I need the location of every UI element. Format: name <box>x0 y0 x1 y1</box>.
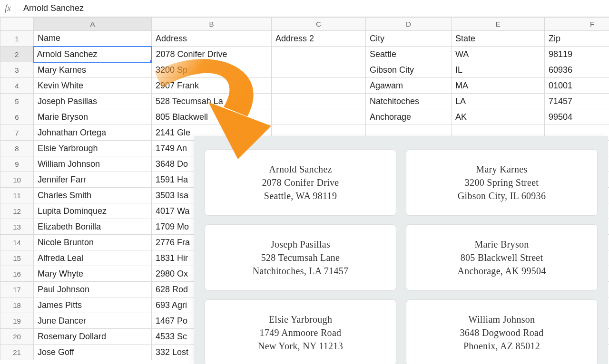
cell[interactable]: Nicole Brunton <box>34 235 152 250</box>
row-header[interactable]: 20 <box>0 329 34 345</box>
formula-bar: fx <box>0 0 609 17</box>
cell[interactable]: James Pitts <box>34 297 152 313</box>
address-label-card: Mary Karnes3200 Spring StreetGibson City… <box>406 149 598 216</box>
row-header[interactable]: 14 <box>0 235 34 250</box>
label-name: Joseph Pasillas <box>271 238 330 251</box>
cell[interactable]: Gibson City <box>366 62 452 78</box>
row-header[interactable]: 21 <box>0 345 34 360</box>
col-header-c[interactable]: C <box>272 18 366 31</box>
label-name: Mary Karnes <box>476 163 527 176</box>
cell[interactable]: 2907 Frank <box>152 78 272 94</box>
col-header-f[interactable]: F <box>545 18 609 31</box>
cell[interactable]: Address <box>152 31 272 47</box>
cell[interactable]: Charles Smith <box>34 188 152 203</box>
cell[interactable]: Address 2 <box>272 31 366 47</box>
cell[interactable]: LA <box>452 94 545 109</box>
address-label-card: Elsie Yarbrough1749 Anmoore RoadNew York… <box>205 299 396 364</box>
cell[interactable]: Marie Bryson <box>34 109 152 125</box>
formula-input[interactable] <box>23 1 609 15</box>
row-header[interactable]: 17 <box>0 282 34 297</box>
cell[interactable]: 528 Tecumsah La <box>152 94 272 109</box>
cell[interactable]: 71457 <box>545 94 609 109</box>
row-header[interactable]: 6 <box>0 109 34 125</box>
label-street: 805 Blackwell Street <box>461 251 543 264</box>
col-header-e[interactable]: E <box>452 18 545 31</box>
row-header[interactable]: 4 <box>0 78 34 94</box>
cell[interactable]: IL <box>452 62 545 78</box>
cell[interactable]: Natchitoches <box>366 94 452 109</box>
label-name: William Johnson <box>469 313 535 326</box>
row-header[interactable]: 18 <box>0 297 34 313</box>
cell[interactable] <box>272 47 366 62</box>
col-header-a[interactable]: A <box>34 18 152 31</box>
row-header[interactable]: 9 <box>0 156 34 172</box>
table-row: 5Joseph Pasillas528 Tecumsah LaNatchitoc… <box>0 94 609 109</box>
row-header[interactable]: 10 <box>0 172 34 188</box>
cell[interactable]: 99504 <box>545 109 609 125</box>
label-name: Elsie Yarbrough <box>269 313 332 326</box>
row-header[interactable]: 13 <box>0 219 34 235</box>
table-row: 3Mary Karnes3200 SpGibson CityIL60936 <box>0 62 609 78</box>
cell[interactable] <box>272 109 366 125</box>
cell[interactable]: Zip <box>545 31 609 47</box>
cell[interactable]: 01001 <box>545 78 609 94</box>
cell[interactable]: 805 Blackwell <box>152 109 272 125</box>
fx-icon: fx <box>5 3 11 13</box>
row-header[interactable]: 11 <box>0 188 34 203</box>
label-street: 3648 Dogwood Road <box>460 326 543 339</box>
cell[interactable]: 60936 <box>545 62 609 78</box>
table-row: 6Marie Bryson805 BlackwellAnchorageAK995… <box>0 109 609 125</box>
row-header[interactable]: 19 <box>0 313 34 329</box>
cell[interactable] <box>272 94 366 109</box>
cell[interactable]: Rosemary Dollard <box>34 329 152 345</box>
row-header[interactable]: 3 <box>0 62 34 78</box>
cell[interactable]: Anchorage <box>366 109 452 125</box>
cell[interactable]: Paul Johnson <box>34 282 152 297</box>
cell[interactable]: Alfreda Leal <box>34 250 152 266</box>
cell[interactable]: Lupita Dominquez <box>34 203 152 219</box>
row-header[interactable]: 7 <box>0 125 34 141</box>
cell[interactable]: Jennifer Farr <box>34 172 152 188</box>
cell[interactable]: Johnathan Ortega <box>34 125 152 141</box>
cell[interactable]: MA <box>452 78 545 94</box>
cell[interactable]: Joseph Pasillas <box>34 94 152 109</box>
cell[interactable]: City <box>366 31 452 47</box>
row-header[interactable]: 5 <box>0 94 34 109</box>
cell[interactable]: Arnold Sanchez <box>34 47 152 62</box>
row-header[interactable]: 12 <box>0 203 34 219</box>
cell[interactable]: William Johnson <box>34 156 152 172</box>
cell[interactable]: June Dancer <box>34 313 152 329</box>
label-city-state-zip: Anchorage, AK 99504 <box>457 264 546 278</box>
address-label-card: Joseph Pasillas528 Tecumsah LaneNatchito… <box>205 224 396 291</box>
cell[interactable]: Mary Whyte <box>34 266 152 282</box>
cell[interactable]: 98119 <box>545 47 609 62</box>
cell[interactable]: Name <box>34 31 152 47</box>
cell[interactable]: State <box>452 31 545 47</box>
select-all-corner[interactable] <box>0 18 34 31</box>
cell[interactable]: Jose Goff <box>34 345 152 360</box>
row-header[interactable]: 15 <box>0 250 34 266</box>
label-city-state-zip: Natchitoches, LA 71457 <box>253 264 349 278</box>
table-row: 1NameAddressAddress 2CityStateZip <box>0 31 609 47</box>
label-city-state-zip: New York, NY 11213 <box>258 339 343 353</box>
row-header[interactable]: 2 <box>0 47 34 62</box>
cell[interactable]: 3200 Sp <box>152 62 272 78</box>
labels-preview-overlay: Arnold Sanchez2078 Conifer DriveSeattle,… <box>194 136 608 364</box>
cell[interactable]: Seattle <box>366 47 452 62</box>
cell[interactable]: Mary Karnes <box>34 62 152 78</box>
cell[interactable]: Elizabeth Bonilla <box>34 219 152 235</box>
cell[interactable]: Agawam <box>366 78 452 94</box>
cell[interactable]: WA <box>452 47 545 62</box>
cell[interactable]: 2078 Conifer Drive <box>152 47 272 62</box>
cell[interactable]: Elsie Yarbrough <box>34 141 152 156</box>
cell[interactable] <box>272 62 366 78</box>
cell[interactable]: AK <box>452 109 545 125</box>
row-header[interactable]: 16 <box>0 266 34 282</box>
row-header[interactable]: 8 <box>0 141 34 156</box>
cell[interactable]: Kevin White <box>34 78 152 94</box>
col-header-b[interactable]: B <box>152 18 272 31</box>
label-street: 1749 Anmoore Road <box>260 326 342 339</box>
cell[interactable] <box>272 78 366 94</box>
col-header-d[interactable]: D <box>366 18 452 31</box>
row-header[interactable]: 1 <box>0 31 34 47</box>
